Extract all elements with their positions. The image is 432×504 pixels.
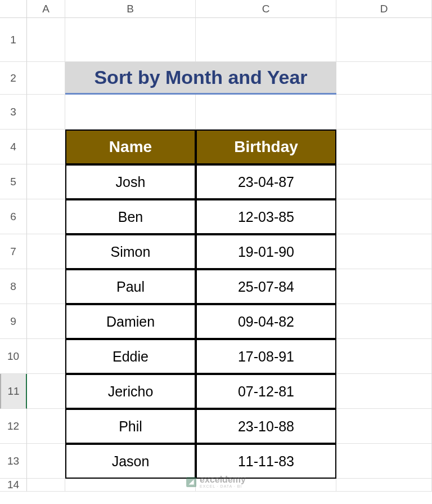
table-row[interactable]: 23-04-87 <box>196 164 336 199</box>
row-header-4[interactable]: 4 <box>0 130 27 164</box>
watermark: ◢ exceldemy EXCEL · DATA · BI <box>186 475 246 488</box>
cell-d3[interactable] <box>336 95 432 130</box>
table-header-name[interactable]: Name <box>65 130 196 164</box>
cell-b14[interactable] <box>65 479 196 492</box>
cell-a2[interactable] <box>27 62 65 95</box>
cell-c1[interactable] <box>196 18 336 62</box>
table-row[interactable]: Jason <box>65 444 196 479</box>
table-row[interactable]: Eddie <box>65 339 196 374</box>
cell-a7[interactable] <box>27 234 65 269</box>
table-row[interactable]: Damien <box>65 304 196 339</box>
cell-d11[interactable] <box>336 374 432 409</box>
cell-d7[interactable] <box>336 234 432 269</box>
table-header-birthday[interactable]: Birthday <box>196 130 336 164</box>
cell-d1[interactable] <box>336 18 432 62</box>
cell-a3[interactable] <box>27 95 65 130</box>
cell-a1[interactable] <box>27 18 65 62</box>
select-all-corner[interactable] <box>0 0 27 18</box>
row-header-10[interactable]: 10 <box>0 339 27 374</box>
row-header-7[interactable]: 7 <box>0 234 27 269</box>
row-header-2[interactable]: 2 <box>0 62 27 95</box>
table-row[interactable]: 11-11-83 <box>196 444 336 479</box>
watermark-name: exceldemy <box>200 475 246 484</box>
table-row[interactable]: Josh <box>65 164 196 199</box>
cell-d9[interactable] <box>336 304 432 339</box>
row-header-13[interactable]: 13 <box>0 444 27 479</box>
table-row[interactable]: 17-08-91 <box>196 339 336 374</box>
table-row[interactable]: 07-12-81 <box>196 374 336 409</box>
row-header-9[interactable]: 9 <box>0 304 27 339</box>
row-header-6[interactable]: 6 <box>0 199 27 234</box>
table-row[interactable]: 19-01-90 <box>196 234 336 269</box>
cell-a6[interactable] <box>27 199 65 234</box>
row-header-11[interactable]: 11 <box>0 374 27 409</box>
cell-d13[interactable] <box>336 444 432 479</box>
cell-d5[interactable] <box>336 164 432 199</box>
table-row[interactable]: Phil <box>65 409 196 444</box>
cell-a4[interactable] <box>27 130 65 164</box>
cell-a11[interactable] <box>27 374 65 409</box>
cell-a14[interactable] <box>27 479 65 492</box>
cell-a12[interactable] <box>27 409 65 444</box>
column-header-d[interactable]: D <box>336 0 432 18</box>
cell-a13[interactable] <box>27 444 65 479</box>
cell-d10[interactable] <box>336 339 432 374</box>
spreadsheet-grid: A B C D 1 2 Sort by Month and Year 3 4 N… <box>0 0 432 492</box>
cell-d2[interactable] <box>336 62 432 95</box>
cell-b1[interactable] <box>65 18 196 62</box>
cell-a5[interactable] <box>27 164 65 199</box>
cell-d4[interactable] <box>336 130 432 164</box>
row-header-8[interactable]: 8 <box>0 269 27 304</box>
cell-d14[interactable] <box>336 479 432 492</box>
cell-b3[interactable] <box>65 95 196 130</box>
cell-d8[interactable] <box>336 269 432 304</box>
table-row[interactable]: 09-04-82 <box>196 304 336 339</box>
cell-a8[interactable] <box>27 269 65 304</box>
cell-a9[interactable] <box>27 304 65 339</box>
row-header-14[interactable]: 14 <box>0 479 27 492</box>
column-header-a[interactable]: A <box>27 0 65 18</box>
row-header-5[interactable]: 5 <box>0 164 27 199</box>
title-cell[interactable]: Sort by Month and Year <box>65 62 336 95</box>
watermark-tagline: EXCEL · DATA · BI <box>200 484 246 488</box>
cell-a10[interactable] <box>27 339 65 374</box>
row-header-12[interactable]: 12 <box>0 409 27 444</box>
table-row[interactable]: 25-07-84 <box>196 269 336 304</box>
cell-d12[interactable] <box>336 409 432 444</box>
table-row[interactable]: Ben <box>65 199 196 234</box>
cell-d6[interactable] <box>336 199 432 234</box>
watermark-icon: ◢ <box>186 477 196 487</box>
cell-c3[interactable] <box>196 95 336 130</box>
row-header-1[interactable]: 1 <box>0 18 27 62</box>
table-row[interactable]: Jericho <box>65 374 196 409</box>
table-row[interactable]: 23-10-88 <box>196 409 336 444</box>
table-row[interactable]: Simon <box>65 234 196 269</box>
column-header-c[interactable]: C <box>196 0 336 18</box>
watermark-text: exceldemy EXCEL · DATA · BI <box>200 475 246 488</box>
row-header-3[interactable]: 3 <box>0 95 27 130</box>
table-row[interactable]: 12-03-85 <box>196 199 336 234</box>
column-header-b[interactable]: B <box>65 0 196 18</box>
table-row[interactable]: Paul <box>65 269 196 304</box>
